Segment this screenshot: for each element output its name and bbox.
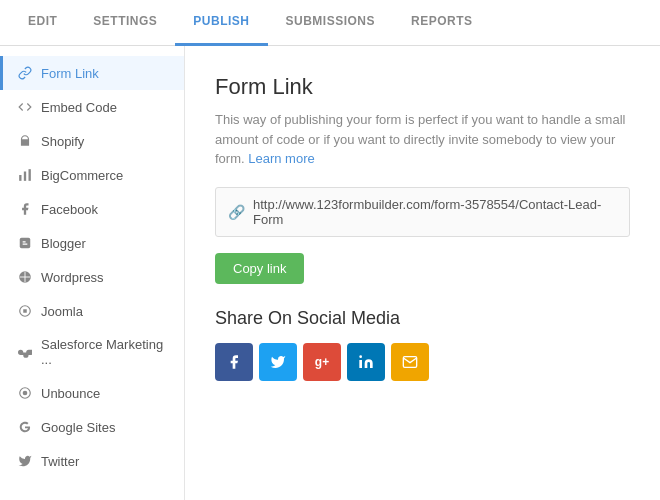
page-title: Form Link bbox=[215, 74, 630, 100]
sidebar-item-wordpress[interactable]: Wordpress bbox=[0, 260, 184, 294]
sidebar-item-blogger[interactable]: Blogger bbox=[0, 226, 184, 260]
sidebar-item-unbounce[interactable]: Unbounce bbox=[0, 376, 184, 410]
bigcommerce-icon bbox=[17, 167, 33, 183]
tab-reports[interactable]: REPORTS bbox=[393, 0, 491, 46]
twitter-icon bbox=[17, 453, 33, 469]
svg-rect-3 bbox=[20, 238, 31, 249]
svg-rect-1 bbox=[24, 172, 26, 181]
svg-rect-0 bbox=[19, 175, 21, 181]
sidebar-item-joomla[interactable]: Joomla bbox=[0, 294, 184, 328]
sidebar-item-salesforce[interactable]: Salesforce Marketing ... bbox=[0, 328, 184, 376]
svg-rect-7 bbox=[359, 360, 362, 368]
link-icon: 🔗 bbox=[228, 204, 245, 220]
sidebar-item-bigcommerce[interactable]: BigCommerce bbox=[0, 158, 184, 192]
social-icons-row: g+ bbox=[215, 343, 630, 381]
tab-publish[interactable]: PUBLISH bbox=[175, 0, 267, 46]
sidebar: Form LinkEmbed CodeShopifyBigCommerceFac… bbox=[0, 46, 185, 500]
svg-point-8 bbox=[359, 355, 362, 358]
learn-more-link[interactable]: Learn more bbox=[248, 151, 314, 166]
wordpress-icon bbox=[17, 269, 33, 285]
sidebar-item-label: Embed Code bbox=[41, 100, 117, 115]
sidebar-item-label: Unbounce bbox=[41, 386, 100, 401]
form-link-box: 🔗 http://www.123formbuilder.com/form-357… bbox=[215, 187, 630, 237]
sidebar-item-label: Form Link bbox=[41, 66, 99, 81]
social-facebook-button[interactable] bbox=[215, 343, 253, 381]
salesforce-icon bbox=[17, 344, 33, 360]
sidebar-item-google-sites[interactable]: Google Sites bbox=[0, 410, 184, 444]
share-title: Share On Social Media bbox=[215, 308, 630, 329]
sidebar-item-twitter[interactable]: Twitter bbox=[0, 444, 184, 478]
google-icon bbox=[17, 419, 33, 435]
top-nav: EDIT SETTINGS PUBLISH SUBMISSIONS REPORT… bbox=[0, 0, 660, 46]
sidebar-item-label: Joomla bbox=[41, 304, 83, 319]
sidebar-item-label: Shopify bbox=[41, 134, 84, 149]
joomla-icon bbox=[17, 303, 33, 319]
tab-edit[interactable]: EDIT bbox=[10, 0, 75, 46]
content-description: This way of publishing your form is perf… bbox=[215, 110, 630, 169]
sidebar-item-form-link[interactable]: Form Link bbox=[0, 56, 184, 90]
sidebar-item-label: Salesforce Marketing ... bbox=[41, 337, 170, 367]
blogger-icon bbox=[17, 235, 33, 251]
tab-settings[interactable]: SETTINGS bbox=[75, 0, 175, 46]
link-icon bbox=[17, 65, 33, 81]
sidebar-item-facebook[interactable]: Facebook bbox=[0, 192, 184, 226]
sidebar-item-shopify[interactable]: Shopify bbox=[0, 124, 184, 158]
social-linkedin-button[interactable] bbox=[347, 343, 385, 381]
shopify-icon bbox=[17, 133, 33, 149]
tab-submissions[interactable]: SUBMISSIONS bbox=[268, 0, 394, 46]
sidebar-item-embed-code[interactable]: Embed Code bbox=[0, 90, 184, 124]
social-googleplus-button[interactable]: g+ bbox=[303, 343, 341, 381]
code-icon bbox=[17, 99, 33, 115]
social-email-button[interactable] bbox=[391, 343, 429, 381]
main-layout: Form LinkEmbed CodeShopifyBigCommerceFac… bbox=[0, 46, 660, 500]
form-url-text: http://www.123formbuilder.com/form-35785… bbox=[253, 197, 617, 227]
sidebar-item-label: Facebook bbox=[41, 202, 98, 217]
sidebar-item-label: BigCommerce bbox=[41, 168, 123, 183]
sidebar-item-label: Twitter bbox=[41, 454, 79, 469]
social-twitter-button[interactable] bbox=[259, 343, 297, 381]
sidebar-item-label: Google Sites bbox=[41, 420, 115, 435]
sidebar-item-label: Blogger bbox=[41, 236, 86, 251]
sidebar-item-label: Wordpress bbox=[41, 270, 104, 285]
unbounce-icon bbox=[17, 385, 33, 401]
svg-point-5 bbox=[23, 391, 28, 396]
content-area: Form Link This way of publishing your fo… bbox=[185, 46, 660, 500]
copy-link-button[interactable]: Copy link bbox=[215, 253, 304, 284]
svg-rect-2 bbox=[29, 169, 31, 181]
facebook-icon bbox=[17, 201, 33, 217]
